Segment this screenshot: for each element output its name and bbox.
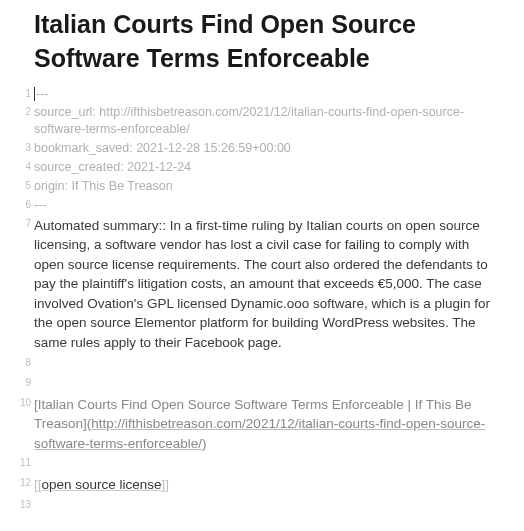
line-number: 13 — [20, 497, 34, 510]
empty-content — [34, 355, 504, 373]
editor-line[interactable]: 2 source_url: http://ifthisbetreason.com… — [20, 104, 504, 138]
frontmatter-delim: --- — [34, 86, 504, 103]
empty-content — [34, 375, 504, 393]
editor-line[interactable]: 12 [[open source license]] — [20, 475, 504, 495]
wikilink-bracket: [[ — [34, 477, 42, 492]
line-number: 11 — [20, 455, 34, 468]
editor-line[interactable]: 5 origin: If This Be Treason — [20, 178, 504, 195]
line-number: 6 — [20, 197, 34, 210]
line-number: 8 — [20, 355, 34, 368]
empty-content — [34, 455, 504, 473]
frontmatter-source-created: source_created: 2021-12-24 — [34, 159, 504, 176]
wikilink[interactable]: [[open source license]] — [34, 475, 504, 495]
editor-line[interactable]: 10 [Italian Courts Find Open Source Soft… — [20, 395, 504, 454]
editor-line[interactable]: 13 — [20, 497, 504, 515]
editor-line[interactable]: 3 bookmark_saved: 2021-12-28 15:26:59+00… — [20, 140, 504, 157]
line-number: 7 — [20, 216, 34, 229]
summary-text: Automated summary:: In a first-time ruli… — [34, 216, 504, 353]
editor-line[interactable]: 4 source_created: 2021-12-24 — [20, 159, 504, 176]
wikilink-text[interactable]: open source license — [42, 477, 162, 492]
editor-line[interactable]: 9 — [20, 375, 504, 393]
text-cursor — [34, 87, 35, 101]
markdown-link[interactable]: [Italian Courts Find Open Source Softwar… — [34, 395, 504, 454]
line-number: 4 — [20, 159, 34, 172]
link-paren: ) — [202, 436, 207, 451]
line-number: 5 — [20, 178, 34, 191]
line-number: 10 — [20, 395, 34, 408]
editor-line[interactable]: 7 Automated summary:: In a first-time ru… — [20, 216, 504, 353]
frontmatter-source-url: source_url: http://ifthisbetreason.com/2… — [34, 104, 504, 138]
editor-line[interactable]: 8 — [20, 355, 504, 373]
line-number: 1 — [20, 86, 34, 99]
page-title: Italian Courts Find Open Source Software… — [34, 8, 504, 76]
editor-line[interactable]: 1 --- — [20, 86, 504, 103]
frontmatter-origin: origin: If This Be Treason — [34, 178, 504, 195]
frontmatter-bookmark-saved: bookmark_saved: 2021-12-28 15:26:59+00:0… — [34, 140, 504, 157]
line-number: 2 — [20, 104, 34, 117]
wikilink-bracket: ]] — [162, 477, 170, 492]
empty-content — [34, 497, 504, 515]
editor-line[interactable]: 11 — [20, 455, 504, 473]
editor-line[interactable]: 6 --- — [20, 197, 504, 214]
line-number: 3 — [20, 140, 34, 153]
line-number: 12 — [20, 475, 34, 488]
line-number: 9 — [20, 375, 34, 388]
frontmatter-delim: --- — [34, 197, 504, 214]
link-url[interactable]: http://ifthisbetreason.com/2021/12/itali… — [34, 416, 485, 451]
